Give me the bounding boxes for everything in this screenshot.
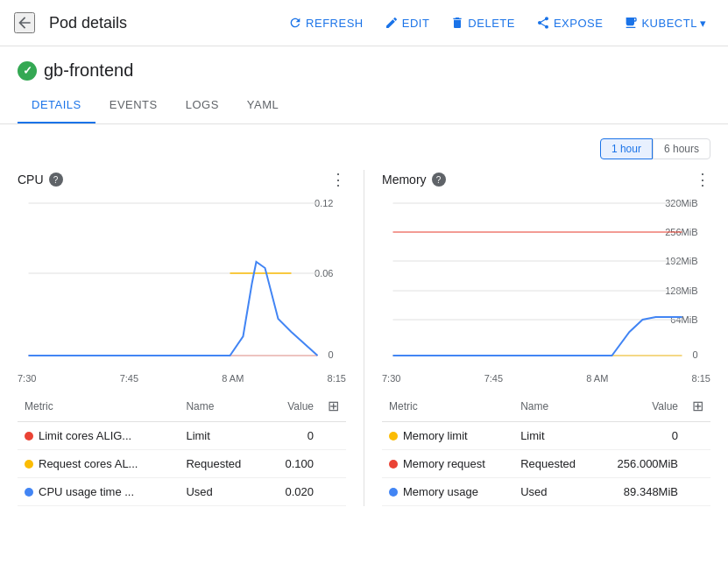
cpu-more-icon[interactable]: ⋮ — [330, 170, 346, 189]
time-selector: 1 hour 6 hours — [18, 138, 710, 159]
mem-row-2: Memory usage Used 89.348MiB — [382, 478, 710, 506]
cpu-dot-0 — [25, 432, 33, 441]
mem-metric-0: Memory limit — [382, 422, 513, 450]
6hours-button[interactable]: 6 hours — [653, 138, 710, 159]
pod-name-row: ✓ gb-frontend — [0, 46, 728, 88]
mem-col-value: Value — [596, 391, 685, 422]
memory-help-icon[interactable]: ? — [432, 173, 446, 187]
charts-divider — [364, 170, 364, 506]
cpu-dot-2 — [25, 488, 33, 497]
cpu-metric-1: Request cores AL... — [18, 450, 179, 478]
mem-metric-2: Memory usage — [382, 478, 513, 506]
cpu-chart-svg: 0.12 0.06 0 — [18, 196, 346, 371]
cpu-dot-1 — [25, 460, 33, 469]
edit-button[interactable]: EDIT — [378, 11, 437, 35]
header-actions: REFRESH EDIT DELETE EXPOSE KUBECTL ▾ — [281, 11, 714, 35]
memory-chart-area: 320MiB 256MiB 192MiB 128MiB 64MiB 0 — [382, 196, 710, 371]
cpu-x-labels: 7:30 7:45 8 AM 8:15 — [18, 371, 346, 384]
cpu-chart-panel: CPU ? ⋮ 0.12 0.06 0 — [18, 170, 346, 506]
mem-dot-0 — [389, 432, 398, 441]
cpu-row-0: Limit cores ALIG... Limit 0 — [18, 422, 346, 450]
status-icon: ✓ — [18, 61, 37, 81]
mem-col-name: Name — [513, 391, 596, 422]
svg-text:0: 0 — [328, 349, 333, 360]
cpu-metric-0: Limit cores ALIG... — [18, 422, 179, 450]
memory-x-labels: 7:30 7:45 8 AM 8:15 — [382, 371, 710, 384]
cpu-x-label-1: 7:45 — [120, 373, 138, 384]
mem-col-icon: ⊞ — [685, 391, 710, 422]
tab-logs[interactable]: LOGS — [172, 88, 233, 123]
mem-dot-1 — [389, 460, 398, 469]
tab-yaml[interactable]: YAML — [233, 88, 293, 123]
cpu-metrics-table: Metric Name Value ⊞ Limit cores ALI — [18, 391, 346, 506]
tab-events[interactable]: EVENTS — [95, 88, 172, 123]
cpu-row-2: CPU usage time ... Used 0.020 — [18, 478, 346, 506]
memory-chart-header: Memory ? ⋮ — [382, 170, 710, 189]
memory-chart-title: Memory — [382, 173, 427, 187]
cpu-col-metric: Metric — [18, 391, 179, 422]
expose-button[interactable]: EXPOSE — [529, 11, 610, 35]
cpu-columns-icon[interactable]: ⊞ — [328, 398, 339, 413]
memory-x-label-2: 8 AM — [586, 373, 608, 384]
cpu-chart-header: CPU ? ⋮ — [18, 170, 346, 189]
cpu-x-label-0: 7:30 — [18, 373, 36, 384]
svg-text:0: 0 — [692, 349, 697, 360]
mem-dot-2 — [389, 488, 398, 497]
cpu-col-value: Value — [266, 391, 321, 422]
back-button[interactable] — [14, 12, 35, 33]
delete-button[interactable]: DELETE — [443, 11, 522, 35]
kubectl-button[interactable]: KUBECTL ▾ — [617, 11, 714, 35]
cpu-chart-title: CPU — [18, 173, 44, 187]
memory-metrics-table: Metric Name Value ⊞ Memory limit — [382, 391, 710, 506]
mem-row-1: Memory request Requested 256.000MiB — [382, 450, 710, 478]
cpu-col-name: Name — [179, 391, 266, 422]
mem-metric-1: Memory request — [382, 450, 513, 478]
cpu-x-label-2: 8 AM — [222, 373, 244, 384]
pod-name: gb-frontend — [44, 60, 133, 81]
memory-x-label-1: 7:45 — [484, 373, 503, 384]
main-content: 1 hour 6 hours CPU ? ⋮ 0.12 0.06 0 — [0, 124, 728, 520]
mem-col-metric: Metric — [382, 391, 513, 422]
cpu-chart-area: 0.12 0.06 0 — [18, 196, 346, 371]
cpu-row-1: Request cores AL... Requested 0.100 — [18, 450, 346, 478]
mem-row-0: Memory limit Limit 0 — [382, 422, 710, 450]
memory-more-icon[interactable]: ⋮ — [695, 170, 710, 189]
memory-chart-svg: 320MiB 256MiB 192MiB 128MiB 64MiB 0 — [382, 196, 710, 371]
cpu-x-label-3: 8:15 — [328, 373, 346, 384]
cpu-help-icon[interactable]: ? — [49, 173, 63, 187]
cpu-col-icon: ⊞ — [321, 391, 346, 422]
tab-details[interactable]: DETAILS — [18, 88, 95, 123]
page-header: Pod details REFRESH EDIT DELETE EXPOSE K… — [0, 0, 728, 46]
page-title: Pod details — [49, 14, 267, 32]
1hour-button[interactable]: 1 hour — [600, 138, 653, 159]
mem-columns-icon[interactable]: ⊞ — [692, 398, 703, 413]
refresh-button[interactable]: REFRESH — [281, 11, 371, 35]
memory-x-label-0: 7:30 — [382, 373, 400, 384]
tabs-bar: DETAILS EVENTS LOGS YAML — [0, 88, 728, 124]
memory-x-label-3: 8:15 — [692, 373, 710, 384]
charts-row: CPU ? ⋮ 0.12 0.06 0 — [18, 170, 710, 506]
cpu-metric-2: CPU usage time ... — [18, 478, 179, 506]
memory-chart-panel: Memory ? ⋮ 320MiB 256MiB 192MiB 128MiB 6… — [382, 170, 710, 506]
